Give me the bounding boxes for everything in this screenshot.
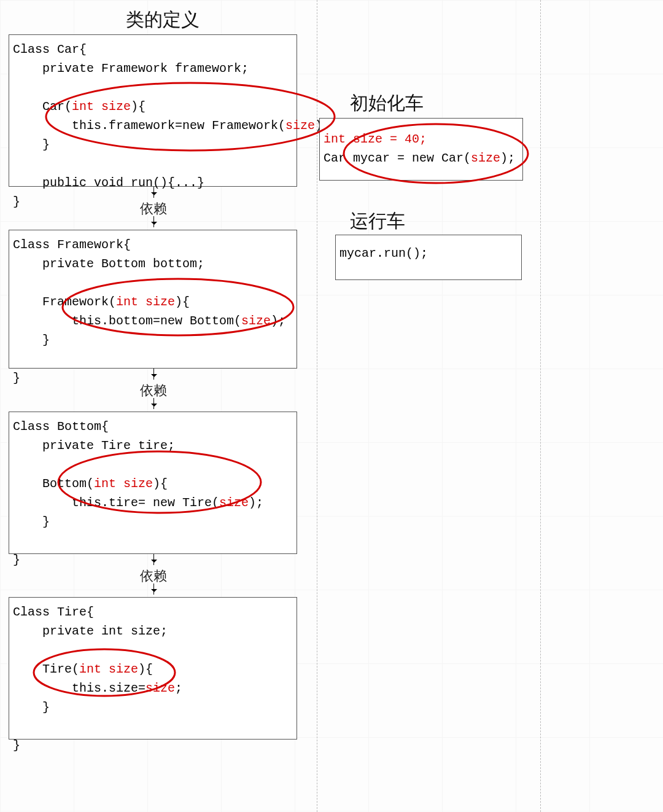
framework-class-box: Class Framework{ private Bottom bottom; … xyxy=(9,230,297,369)
arrow-down xyxy=(153,584,154,595)
vertical-divider xyxy=(540,0,541,812)
car-class-box: Class Car{ private Framework framework; … xyxy=(9,34,297,187)
arrow-down xyxy=(153,398,154,409)
init-code: int size = 40; Car mycar = new Car(size)… xyxy=(324,130,519,168)
tire-class-box: Class Tire{ private int size; Tire(int s… xyxy=(9,597,297,740)
heading-init-car: 初始化车 xyxy=(350,91,424,116)
tire-code: Class Tire{ private int size; Tire(int s… xyxy=(13,603,293,755)
bottom-code: Class Bottom{ private Tire tire; Bottom(… xyxy=(13,417,293,569)
framework-code: Class Framework{ private Bottom bottom; … xyxy=(13,235,293,388)
dependency-label: 依赖 xyxy=(135,381,172,400)
bottom-class-box: Class Bottom{ private Tire tire; Bottom(… xyxy=(9,412,297,554)
heading-class-definition: 类的定义 xyxy=(126,7,200,33)
init-car-box: int size = 40; Car mycar = new Car(size)… xyxy=(319,118,523,181)
arrow-down xyxy=(153,554,154,565)
arrow-down xyxy=(153,216,154,227)
run-car-box: mycar.run(); xyxy=(335,235,522,280)
dependency-label: 依赖 xyxy=(135,200,172,218)
dependency-label: 依赖 xyxy=(135,567,172,585)
run-code: mycar.run(); xyxy=(339,244,518,263)
car-code: Class Car{ private Framework framework; … xyxy=(13,40,293,211)
arrow-down xyxy=(153,369,154,380)
heading-run-car: 运行车 xyxy=(350,209,405,234)
arrow-down xyxy=(153,187,154,198)
